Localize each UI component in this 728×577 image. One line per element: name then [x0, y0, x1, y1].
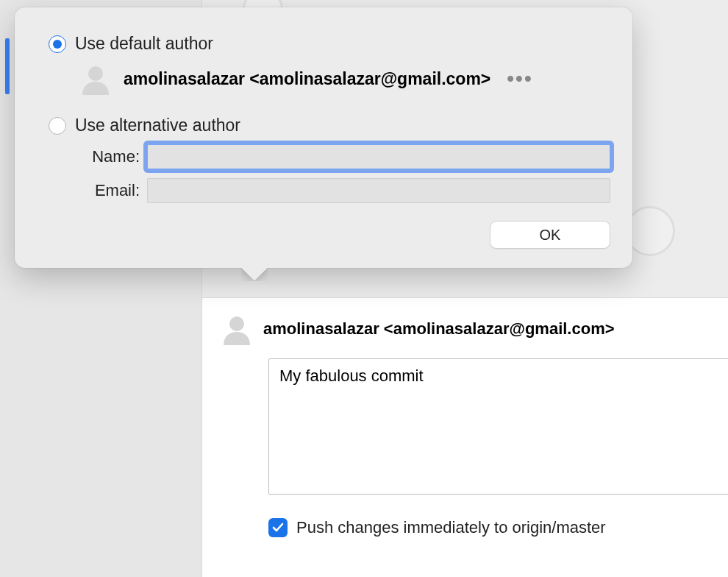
commit-author-row: amolinasalazar <amolinasalazar@gmail.com…	[221, 313, 728, 345]
author-popover: Use default author amolinasalazar <amoli…	[15, 7, 632, 268]
alternative-author-fields: Name: Email:	[79, 144, 610, 203]
commit-author-label: amolinasalazar <amolinasalazar@gmail.com…	[263, 319, 615, 339]
avatar-icon[interactable]	[221, 313, 253, 345]
name-field-label: Name:	[79, 147, 147, 166]
popover-tail	[241, 266, 268, 281]
name-input[interactable]	[147, 144, 610, 169]
push-immediately-checkbox[interactable]	[268, 518, 288, 537]
popover-button-row: OK	[49, 221, 610, 249]
author-options-button[interactable]: •••	[502, 68, 537, 89]
svg-point-1	[88, 66, 103, 81]
decorative-circle	[625, 206, 675, 256]
email-field-row: Email:	[79, 178, 610, 203]
avatar-icon	[79, 63, 112, 95]
default-author-display-row: amolinasalazar <amolinasalazar@gmail.com…	[79, 63, 610, 95]
email-field-label: Email:	[79, 181, 147, 200]
use-default-author-option[interactable]: Use default author	[49, 34, 610, 54]
use-alternative-author-option[interactable]: Use alternative author	[49, 116, 610, 135]
use-alternative-author-label: Use alternative author	[75, 116, 240, 135]
default-author-text: amolinasalazar <amolinasalazar@gmail.com…	[124, 69, 490, 89]
commit-message-input[interactable]	[268, 358, 728, 495]
push-immediately-row: Push changes immediately to origin/maste…	[268, 518, 728, 537]
sidebar-selection-indicator	[5, 38, 10, 94]
commit-panel: amolinasalazar <amolinasalazar@gmail.com…	[221, 313, 728, 537]
use-default-author-label: Use default author	[75, 34, 213, 54]
radio-selected-icon	[49, 35, 66, 53]
name-field-row: Name:	[79, 144, 610, 169]
push-immediately-label: Push changes immediately to origin/maste…	[296, 518, 606, 537]
email-input[interactable]	[147, 178, 610, 203]
ok-button[interactable]: OK	[490, 221, 610, 249]
svg-point-0	[229, 316, 244, 331]
radio-unselected-icon	[49, 117, 66, 135]
